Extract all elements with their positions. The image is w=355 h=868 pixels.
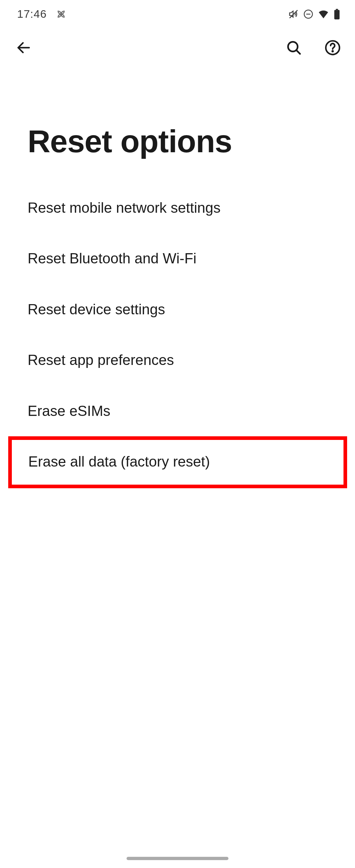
option-erase-esims[interactable]: Erase eSIMs: [0, 386, 355, 436]
wifi-icon: [318, 8, 329, 20]
svg-rect-4: [334, 10, 340, 20]
app-bar-right: [284, 38, 343, 58]
help-button[interactable]: [323, 38, 343, 58]
option-reset-mobile-network[interactable]: Reset mobile network settings: [0, 183, 355, 233]
option-reset-device-settings[interactable]: Reset device settings: [0, 284, 355, 335]
option-erase-all-data[interactable]: Erase all data (factory reset): [8, 436, 347, 488]
battery-icon: [334, 9, 340, 20]
status-time: 17:46: [17, 7, 47, 20]
status-left: 17:46: [17, 7, 66, 20]
app-bar-left: [14, 38, 34, 58]
status-bar: 17:46: [0, 0, 355, 28]
option-reset-bluetooth-wifi[interactable]: Reset Bluetooth and Wi-Fi: [0, 233, 355, 284]
app-bar: [0, 28, 355, 67]
svg-line-7: [296, 50, 300, 54]
page-title: Reset options: [28, 123, 355, 159]
svg-point-9: [332, 51, 333, 52]
status-right: [288, 8, 340, 20]
page-title-wrap: Reset options: [0, 67, 355, 183]
options-list: Reset mobile network settings Reset Blue…: [0, 183, 355, 488]
mute-icon: [288, 9, 299, 20]
gesture-bar[interactable]: [127, 857, 228, 860]
option-reset-app-preferences[interactable]: Reset app preferences: [0, 335, 355, 385]
pinwheel-icon: [56, 9, 66, 20]
do-not-disturb-icon: [303, 9, 313, 19]
search-button[interactable]: [284, 38, 304, 58]
svg-rect-3: [336, 9, 338, 10]
back-button[interactable]: [14, 38, 34, 58]
